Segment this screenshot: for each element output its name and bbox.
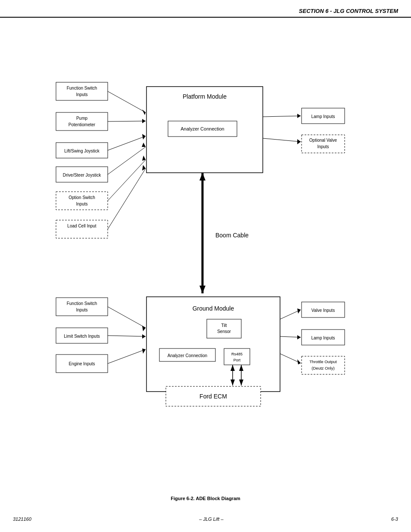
svg-marker-41 bbox=[199, 173, 206, 180]
svg-marker-33 bbox=[142, 156, 146, 161]
svg-rect-14 bbox=[56, 192, 108, 210]
svg-text:Load Cell Input: Load Cell Input bbox=[67, 224, 96, 228]
svg-text:Inputs: Inputs bbox=[76, 202, 87, 206]
svg-marker-25 bbox=[142, 109, 146, 115]
svg-rect-62 bbox=[56, 298, 108, 316]
svg-text:(Deutz Only): (Deutz Only) bbox=[311, 366, 334, 370]
svg-line-24 bbox=[108, 91, 146, 112]
section-title: SECTION 6 - JLG CONTROL SYSTEM bbox=[299, 8, 398, 14]
svg-line-38 bbox=[263, 138, 301, 142]
svg-line-73 bbox=[108, 349, 146, 364]
svg-text:Inputs: Inputs bbox=[76, 308, 87, 312]
svg-rect-17 bbox=[56, 220, 108, 238]
svg-text:Tilt: Tilt bbox=[221, 323, 227, 328]
svg-text:Option Switch: Option Switch bbox=[68, 195, 95, 200]
svg-text:Sensor: Sensor bbox=[217, 329, 231, 334]
svg-text:Inputs: Inputs bbox=[317, 144, 329, 149]
svg-text:Inputs: Inputs bbox=[76, 92, 87, 97]
svg-line-26 bbox=[108, 121, 146, 121]
svg-line-28 bbox=[108, 136, 146, 150]
footer-left: 3121160 bbox=[13, 516, 31, 522]
svg-marker-72 bbox=[142, 334, 146, 339]
svg-text:Platform Module: Platform Module bbox=[183, 93, 227, 100]
svg-text:Valve Inputs: Valve Inputs bbox=[311, 308, 335, 313]
footer-right: 6-3 bbox=[391, 516, 398, 522]
svg-text:Throttle Output: Throttle Output bbox=[309, 359, 337, 364]
svg-text:Drive/Steer Joystick: Drive/Steer Joystick bbox=[63, 173, 101, 177]
svg-marker-42 bbox=[199, 286, 206, 293]
svg-text:Analyzer Connection: Analyzer Connection bbox=[181, 126, 224, 131]
svg-line-86 bbox=[280, 354, 301, 363]
svg-rect-4 bbox=[56, 82, 108, 100]
page-footer: 3121160 – JLG Lift – 6-3 bbox=[0, 513, 411, 525]
svg-line-69 bbox=[108, 307, 146, 328]
svg-line-71 bbox=[108, 336, 146, 336]
block-diagram: Platform Module Analyzer Connection Func… bbox=[13, 26, 398, 500]
svg-rect-46 bbox=[207, 319, 241, 338]
svg-line-32 bbox=[108, 160, 146, 201]
svg-marker-39 bbox=[297, 139, 301, 144]
svg-text:Ground Module: Ground Module bbox=[193, 305, 234, 312]
svg-text:Optional Valve: Optional Valve bbox=[309, 138, 337, 143]
svg-line-30 bbox=[108, 147, 146, 174]
svg-text:Lift/Swing Joystick: Lift/Swing Joystick bbox=[64, 149, 100, 153]
svg-line-82 bbox=[280, 310, 301, 319]
svg-marker-85 bbox=[297, 335, 301, 339]
svg-marker-87 bbox=[297, 359, 301, 364]
svg-marker-31 bbox=[142, 143, 146, 147]
svg-marker-35 bbox=[142, 165, 146, 171]
svg-text:Lamp Inputs: Lamp Inputs bbox=[311, 114, 335, 119]
svg-text:Boom Cable: Boom Cable bbox=[215, 232, 249, 239]
svg-text:Ford ECM: Ford ECM bbox=[199, 393, 227, 400]
svg-text:Pump: Pump bbox=[76, 116, 88, 121]
svg-text:Analyzer Connection: Analyzer Connection bbox=[168, 353, 207, 358]
svg-marker-74 bbox=[142, 348, 146, 354]
svg-rect-7 bbox=[56, 112, 108, 131]
svg-text:Limit Switch Inputs: Limit Switch Inputs bbox=[64, 334, 100, 339]
figure-caption: Figure 6-2. ADE Block Diagram bbox=[13, 496, 398, 504]
svg-text:Function Switch: Function Switch bbox=[67, 86, 97, 90]
page-header: SECTION 6 - JLG CONTROL SYSTEM bbox=[0, 0, 411, 18]
svg-line-34 bbox=[108, 168, 146, 229]
svg-rect-51 bbox=[224, 348, 250, 365]
footer-center: – JLG Lift – bbox=[199, 516, 223, 522]
svg-marker-37 bbox=[297, 114, 301, 118]
svg-marker-27 bbox=[142, 119, 146, 123]
svg-text:Lamp Inputs: Lamp Inputs bbox=[311, 336, 335, 340]
svg-marker-29 bbox=[142, 134, 146, 140]
svg-marker-83 bbox=[297, 308, 301, 314]
svg-text:Potentiometer: Potentiometer bbox=[68, 122, 96, 127]
svg-text:Engine Inputs: Engine Inputs bbox=[68, 361, 95, 366]
svg-line-36 bbox=[263, 116, 301, 117]
diagram-area: Platform Module Analyzer Connection Func… bbox=[0, 18, 411, 513]
svg-text:Rs485: Rs485 bbox=[231, 352, 243, 356]
svg-marker-70 bbox=[142, 326, 146, 331]
svg-text:Function Switch: Function Switch bbox=[67, 301, 97, 306]
svg-text:Port: Port bbox=[234, 358, 241, 362]
